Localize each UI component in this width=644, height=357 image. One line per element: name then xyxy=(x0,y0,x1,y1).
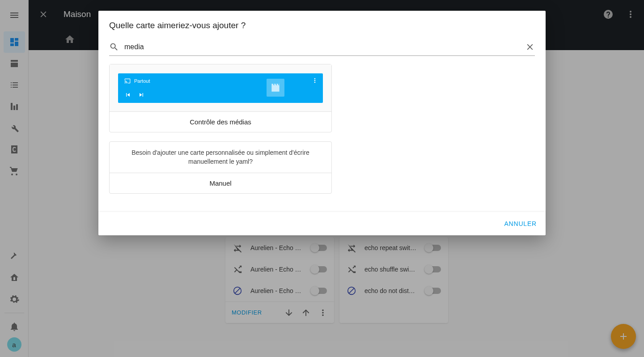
card-preview: Partout xyxy=(110,64,331,112)
media-art-placeholder xyxy=(267,79,284,97)
media-device-label: Partout xyxy=(134,78,150,84)
search-input[interactable] xyxy=(119,41,525,53)
skip-next-icon xyxy=(138,91,145,98)
dialog-footer: ANNULER xyxy=(98,212,546,235)
card-option-description: Besoin d'ajouter une carte personnalisée… xyxy=(110,142,331,173)
movie-icon xyxy=(270,82,281,94)
card-picker-dialog: Quelle carte aimeriez-vous ajouter ? Par… xyxy=(98,11,546,235)
cast-icon xyxy=(124,78,131,84)
more-vert-icon xyxy=(311,77,318,84)
cancel-button[interactable]: ANNULER xyxy=(504,220,537,227)
card-option-media-control[interactable]: Partout Contrôle des médias xyxy=(109,64,332,132)
card-option-caption: Manuel xyxy=(110,173,331,193)
dialog-body: Partout Contrôle des médias xyxy=(98,56,546,212)
dialog-title: Quelle carte aimeriez-vous ajouter ? xyxy=(98,11,546,38)
media-preview-menu xyxy=(311,77,318,84)
card-option-manual[interactable]: Besoin d'ajouter une carte personnalisée… xyxy=(109,141,332,194)
search-row xyxy=(109,38,535,56)
skip-prev-icon xyxy=(124,91,131,98)
search-icon xyxy=(109,42,119,52)
clear-search-icon[interactable] xyxy=(525,42,535,52)
media-player-preview: Partout xyxy=(118,73,323,103)
card-option-caption: Contrôle des médias xyxy=(110,112,331,132)
